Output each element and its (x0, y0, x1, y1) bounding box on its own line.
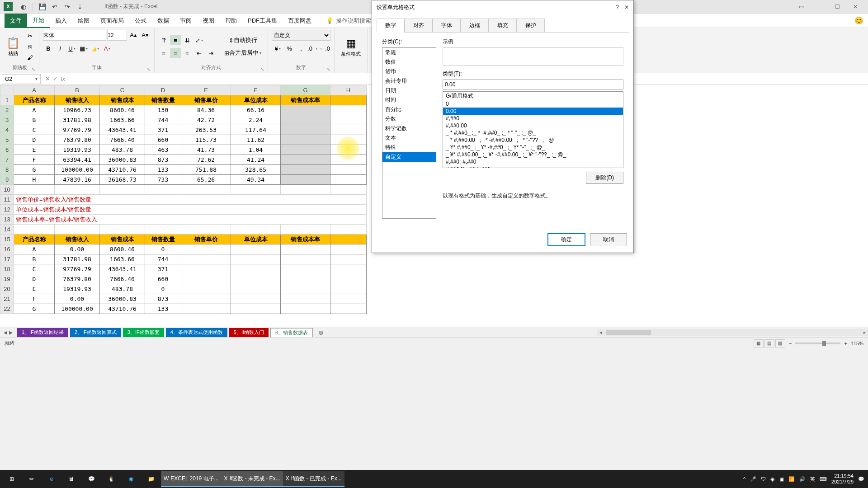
sheet-nav-first-icon[interactable]: ◂ (4, 328, 7, 337)
cell-B21[interactable]: 0.00 (55, 294, 100, 304)
row-header-17[interactable]: 17 (0, 254, 14, 264)
accept-formula-icon[interactable]: ✓ (53, 75, 58, 82)
cell-B22[interactable]: 100000.00 (55, 304, 100, 314)
cell-C18[interactable]: 43643.41 (100, 264, 145, 274)
wrap-text-button[interactable]: ⇕ 自动换行 (222, 35, 264, 45)
cell-G6[interactable] (281, 145, 330, 155)
delete-format-button[interactable]: 删除(D) (586, 172, 623, 184)
cell-A18[interactable]: C (14, 264, 55, 274)
align-top-button[interactable]: ⇈ (158, 35, 169, 45)
tab-draw[interactable]: 绘图 (72, 14, 95, 28)
cell-B6[interactable]: 19319.93 (55, 145, 100, 155)
view-page-break-button[interactable]: ▧ (775, 339, 785, 347)
cell-D22[interactable]: 133 (145, 304, 181, 314)
select-all-corner[interactable] (0, 85, 14, 95)
category-item-0[interactable]: 常规 (382, 48, 436, 57)
qat-customize[interactable]: ⇣ (75, 1, 85, 12)
cell-F16[interactable] (231, 244, 281, 254)
dialog-title-bar[interactable]: 设置单元格格式 ? ✕ (372, 0, 633, 14)
row-header-6[interactable]: 6 (0, 145, 14, 155)
taskbar-app-calc[interactable]: 🖩 (61, 471, 81, 487)
format-code-listbox[interactable]: G/通用格式00.00#,##0#,##0.00_ * #,##0_ ;_ * … (443, 91, 623, 168)
cell-B4[interactable]: 97769.79 (55, 125, 100, 135)
cell-D19[interactable]: 660 (145, 274, 181, 284)
cell-H7[interactable] (330, 155, 367, 165)
cell-D2[interactable]: 130 (145, 105, 181, 115)
align-left-button[interactable]: ≡ (158, 48, 169, 58)
category-item-11[interactable]: 自定义 (382, 152, 436, 162)
category-listbox[interactable]: 常规数值货币会计专用日期时间百分比分数科学记数文本特殊自定义 (382, 47, 436, 219)
tab-pdf-tools[interactable]: PDF工具集 (242, 14, 283, 28)
decrease-decimal-button[interactable]: ←.0 (319, 43, 330, 53)
tab-view[interactable]: 视图 (197, 14, 220, 28)
row-header-12[interactable]: 12 (0, 205, 14, 215)
cell-A22[interactable]: G (14, 304, 55, 314)
cell-H5[interactable] (330, 135, 367, 145)
cell-C19[interactable]: 7666.40 (100, 274, 145, 284)
cell-F15[interactable]: 单位成本 (231, 235, 281, 244)
cell-B10[interactable] (55, 185, 100, 195)
cell-F19[interactable] (231, 274, 281, 284)
italic-button[interactable]: I (55, 43, 66, 53)
cell-D6[interactable]: 463 (145, 145, 181, 155)
autosave-toggle[interactable]: ◐ (18, 1, 29, 12)
clipboard-launcher-icon[interactable]: ⤡ (32, 67, 35, 72)
taskbar-app-word[interactable]: W EXCEL 2019 电子... (161, 471, 222, 487)
cell-A1[interactable]: 产品名称 (14, 95, 55, 105)
scroll-right-icon[interactable]: ▸ (861, 330, 868, 335)
row-header-7[interactable]: 7 (0, 155, 14, 165)
cancel-formula-icon[interactable]: ✕ (45, 75, 50, 82)
cell-D10[interactable] (145, 185, 181, 195)
bold-button[interactable]: B (43, 43, 54, 53)
dialog-tab-保护[interactable]: 保护 (517, 19, 545, 33)
decrease-font-button[interactable]: A▾ (140, 30, 151, 40)
cell-E10[interactable] (181, 185, 231, 195)
column-header-B[interactable]: B (55, 85, 100, 95)
category-item-1[interactable]: 数值 (382, 57, 436, 67)
fill-color-button[interactable]: ◢▾ (90, 43, 101, 53)
row-header-14[interactable]: 14 (0, 225, 14, 235)
cancel-button[interactable]: 取消 (590, 233, 627, 246)
cell-G4[interactable] (281, 125, 330, 135)
cell-G14[interactable] (281, 225, 330, 235)
cut-button[interactable]: ✂ (24, 31, 35, 41)
currency-button[interactable]: ¥▾ (272, 43, 283, 53)
row-header-18[interactable]: 18 (0, 264, 14, 274)
cell-C5[interactable]: 7666.40 (100, 135, 145, 145)
cell-A11[interactable]: 销售单价=销售收入/销售数量 (14, 195, 367, 205)
orientation-button[interactable]: ⤢▾ (193, 35, 204, 45)
cell-A4[interactable]: C (14, 125, 55, 135)
format-item-5[interactable]: _ * #,##0_ ;_ * -#,##0_ ;_ * "-"_ ;_ @_ (443, 129, 623, 136)
category-item-9[interactable]: 文本 (382, 133, 436, 143)
dialog-help-button[interactable]: ? (616, 4, 619, 10)
row-header-4[interactable]: 4 (0, 125, 14, 135)
row-header-11[interactable]: 11 (0, 195, 14, 205)
cell-G5[interactable] (281, 135, 330, 145)
cell-F9[interactable]: 49.34 (231, 175, 281, 185)
tray-chevron-icon[interactable]: ^ (743, 476, 745, 482)
cell-B1[interactable]: 销售收入 (55, 95, 100, 105)
cell-E14[interactable] (181, 225, 231, 235)
tray-mic-icon[interactable]: 🎤 (750, 476, 756, 482)
row-header-9[interactable]: 9 (0, 175, 14, 185)
cell-G16[interactable] (281, 244, 330, 254)
cell-G8[interactable] (281, 165, 330, 175)
column-header-D[interactable]: D (145, 85, 181, 95)
format-item-8[interactable]: _ ¥* #,##0.00_ ;_ ¥* -#,##0.00_ ;_ ¥* "-… (443, 151, 623, 158)
cell-D17[interactable]: 744 (145, 254, 181, 264)
sheet-tab-6[interactable]: 6、销售数据表 (270, 328, 313, 337)
copy-button[interactable]: ⎘ (24, 42, 35, 52)
dialog-tab-数字[interactable]: 数字 (377, 19, 405, 33)
cell-F2[interactable]: 66.16 (231, 105, 281, 115)
cell-H22[interactable] (330, 304, 367, 314)
taskbar-app-excel-2[interactable]: X If函数 - 已完成 - Ex... (283, 471, 344, 487)
row-header-2[interactable]: 2 (0, 105, 14, 115)
tray-shield-icon[interactable]: 🛡 (761, 476, 766, 482)
column-header-F[interactable]: F (231, 85, 281, 95)
fx-icon[interactable]: fx (61, 75, 65, 82)
cell-F20[interactable] (231, 284, 281, 294)
row-header-20[interactable]: 20 (0, 284, 14, 294)
cell-A17[interactable]: B (14, 254, 55, 264)
cell-H14[interactable] (330, 225, 367, 235)
cell-D1[interactable]: 销售数量 (145, 95, 181, 105)
